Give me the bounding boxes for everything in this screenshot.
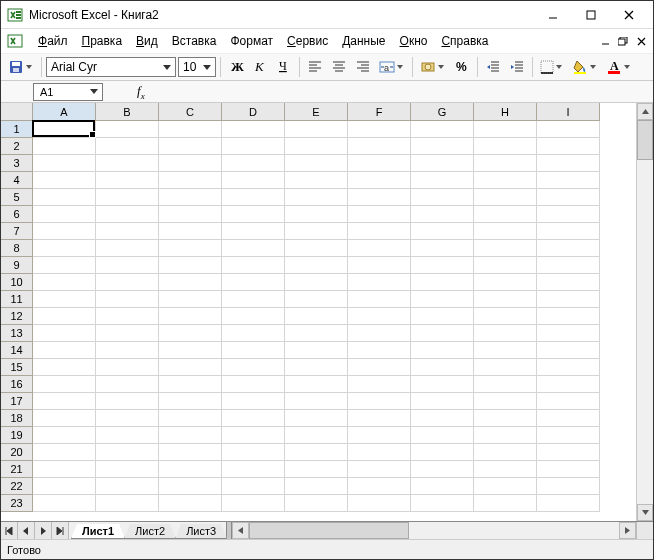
cell-B6[interactable] bbox=[96, 206, 159, 223]
cell-E16[interactable] bbox=[285, 376, 348, 393]
minimize-button[interactable] bbox=[535, 4, 571, 26]
column-header-B[interactable]: B bbox=[96, 103, 159, 121]
cell-E19[interactable] bbox=[285, 427, 348, 444]
sheet-tab-2[interactable]: Лист2 bbox=[124, 524, 176, 539]
cell-C14[interactable] bbox=[159, 342, 222, 359]
cell-H22[interactable] bbox=[474, 478, 537, 495]
cell-B7[interactable] bbox=[96, 223, 159, 240]
cell-F6[interactable] bbox=[348, 206, 411, 223]
cell-I23[interactable] bbox=[537, 495, 600, 512]
cell-B10[interactable] bbox=[96, 274, 159, 291]
menu-view[interactable]: Вид bbox=[129, 32, 165, 50]
menu-insert[interactable]: Вставка bbox=[165, 32, 224, 50]
font-name-combo[interactable]: Arial Cyr bbox=[46, 57, 176, 77]
row-header-13[interactable]: 13 bbox=[1, 325, 33, 342]
cell-H12[interactable] bbox=[474, 308, 537, 325]
row-header-3[interactable]: 3 bbox=[1, 155, 33, 172]
row-header-8[interactable]: 8 bbox=[1, 240, 33, 257]
cell-H6[interactable] bbox=[474, 206, 537, 223]
cell-C11[interactable] bbox=[159, 291, 222, 308]
cell-D22[interactable] bbox=[222, 478, 285, 495]
row-header-17[interactable]: 17 bbox=[1, 393, 33, 410]
cell-C15[interactable] bbox=[159, 359, 222, 376]
align-center-button[interactable] bbox=[328, 56, 350, 78]
menu-data[interactable]: Данные bbox=[335, 32, 392, 50]
row-header-4[interactable]: 4 bbox=[1, 172, 33, 189]
cell-C6[interactable] bbox=[159, 206, 222, 223]
close-button[interactable] bbox=[611, 4, 647, 26]
cell-A4[interactable] bbox=[33, 172, 96, 189]
cell-A19[interactable] bbox=[33, 427, 96, 444]
cell-F7[interactable] bbox=[348, 223, 411, 240]
cell-I1[interactable] bbox=[537, 121, 600, 138]
cell-D15[interactable] bbox=[222, 359, 285, 376]
row-header-11[interactable]: 11 bbox=[1, 291, 33, 308]
cell-H2[interactable] bbox=[474, 138, 537, 155]
cell-B22[interactable] bbox=[96, 478, 159, 495]
cell-F17[interactable] bbox=[348, 393, 411, 410]
save-dropdown-icon[interactable] bbox=[24, 65, 34, 69]
doc-restore-button[interactable] bbox=[615, 34, 631, 48]
italic-button[interactable]: К bbox=[249, 56, 271, 78]
tab-next-button[interactable] bbox=[35, 522, 52, 539]
cell-H1[interactable] bbox=[474, 121, 537, 138]
cell-A14[interactable] bbox=[33, 342, 96, 359]
cell-C17[interactable] bbox=[159, 393, 222, 410]
cell-C21[interactable] bbox=[159, 461, 222, 478]
vscroll-track[interactable] bbox=[637, 120, 653, 504]
tab-prev-button[interactable] bbox=[18, 522, 35, 539]
cell-D11[interactable] bbox=[222, 291, 285, 308]
cell-A17[interactable] bbox=[33, 393, 96, 410]
cell-E15[interactable] bbox=[285, 359, 348, 376]
cell-G8[interactable] bbox=[411, 240, 474, 257]
cell-G22[interactable] bbox=[411, 478, 474, 495]
cell-G11[interactable] bbox=[411, 291, 474, 308]
fill-color-button[interactable] bbox=[569, 56, 601, 78]
cell-C8[interactable] bbox=[159, 240, 222, 257]
vscroll-thumb[interactable] bbox=[637, 120, 653, 160]
cell-B2[interactable] bbox=[96, 138, 159, 155]
cell-H5[interactable] bbox=[474, 189, 537, 206]
cell-B5[interactable] bbox=[96, 189, 159, 206]
row-header-7[interactable]: 7 bbox=[1, 223, 33, 240]
cell-I15[interactable] bbox=[537, 359, 600, 376]
cell-D8[interactable] bbox=[222, 240, 285, 257]
row-header-15[interactable]: 15 bbox=[1, 359, 33, 376]
cell-B19[interactable] bbox=[96, 427, 159, 444]
cell-F19[interactable] bbox=[348, 427, 411, 444]
currency-button[interactable] bbox=[417, 56, 449, 78]
hscroll-track[interactable] bbox=[249, 522, 619, 539]
cell-A23[interactable] bbox=[33, 495, 96, 512]
cell-D23[interactable] bbox=[222, 495, 285, 512]
borders-button[interactable] bbox=[537, 56, 567, 78]
cell-F3[interactable] bbox=[348, 155, 411, 172]
cell-A21[interactable] bbox=[33, 461, 96, 478]
cell-F10[interactable] bbox=[348, 274, 411, 291]
cell-C3[interactable] bbox=[159, 155, 222, 172]
cell-C1[interactable] bbox=[159, 121, 222, 138]
cell-B23[interactable] bbox=[96, 495, 159, 512]
cell-E14[interactable] bbox=[285, 342, 348, 359]
cell-H21[interactable] bbox=[474, 461, 537, 478]
row-header-9[interactable]: 9 bbox=[1, 257, 33, 274]
excel-logo-icon[interactable] bbox=[5, 31, 25, 51]
cell-D17[interactable] bbox=[222, 393, 285, 410]
cell-C5[interactable] bbox=[159, 189, 222, 206]
row-header-14[interactable]: 14 bbox=[1, 342, 33, 359]
cell-C10[interactable] bbox=[159, 274, 222, 291]
cell-E4[interactable] bbox=[285, 172, 348, 189]
cell-G5[interactable] bbox=[411, 189, 474, 206]
cell-F22[interactable] bbox=[348, 478, 411, 495]
cell-A7[interactable] bbox=[33, 223, 96, 240]
cell-A12[interactable] bbox=[33, 308, 96, 325]
row-header-20[interactable]: 20 bbox=[1, 444, 33, 461]
sheet-tab-1[interactable]: Лист1 bbox=[71, 524, 125, 539]
menu-file[interactable]: Файл bbox=[31, 32, 75, 50]
cell-D16[interactable] bbox=[222, 376, 285, 393]
row-header-12[interactable]: 12 bbox=[1, 308, 33, 325]
column-header-G[interactable]: G bbox=[411, 103, 474, 121]
cell-B9[interactable] bbox=[96, 257, 159, 274]
cell-G7[interactable] bbox=[411, 223, 474, 240]
bold-button[interactable]: Ж bbox=[225, 56, 247, 78]
decrease-indent-button[interactable] bbox=[482, 56, 504, 78]
